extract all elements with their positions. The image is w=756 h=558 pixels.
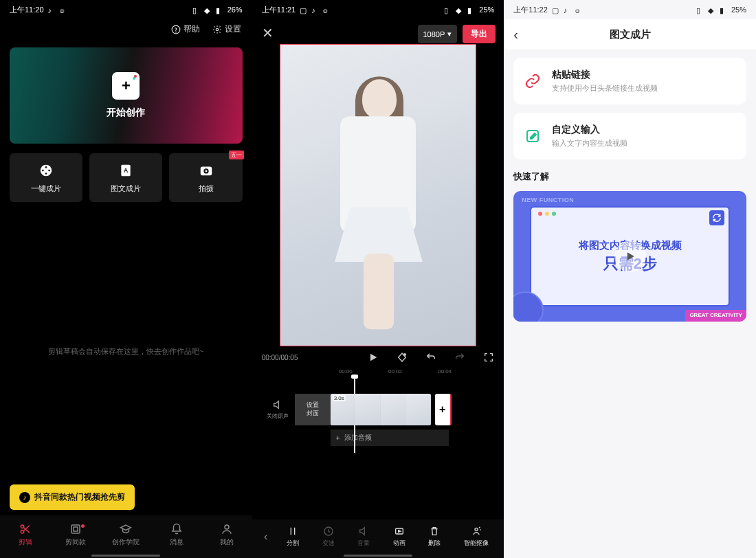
screen-home: 上午11:20 ♪ ⌾ ▯ ◆ ▮ 26% 帮助 设置 + 开始创作 一键成片 (0, 0, 252, 558)
trash-icon (429, 526, 440, 537)
svg-point-18 (404, 354, 406, 356)
tool-speed[interactable]: 变速 (322, 526, 335, 548)
person-cutout-icon (471, 526, 482, 537)
quick-shoot[interactable]: 五一 拍摄 (169, 153, 242, 202)
camera-icon (199, 163, 214, 178)
tool-animation[interactable]: 动画 (393, 526, 405, 548)
settings-button[interactable]: 设置 (212, 23, 241, 35)
new-badge: NEW FUNCTION (522, 197, 574, 203)
video-clip[interactable]: 3.0s (331, 394, 431, 425)
edit-icon (523, 126, 542, 146)
screen-text-to-video: 上午11:22 ▢ ♪ ⌾ ▯ ◆ ▮ 25% ‹ 图文成片 粘贴链接 支持使用… (504, 0, 756, 558)
quick-one-click[interactable]: 一键成片 (10, 153, 82, 202)
export-button[interactable]: 导出 (463, 25, 496, 43)
nav-edit[interactable]: 剪辑 (0, 523, 50, 547)
svg-point-2 (216, 28, 219, 31)
douyin-icon: ♪ (19, 492, 30, 503)
film-reel-icon (38, 163, 54, 178)
tool-label: 智能抠像 (464, 539, 489, 548)
window-dots (538, 212, 556, 216)
tool-label: 分割 (287, 539, 299, 548)
wifi-icon: ◆ (708, 6, 715, 14)
tool-delete[interactable]: 删除 (428, 526, 441, 548)
quick-text-to-video[interactable]: A 图文成片 (89, 153, 162, 202)
battery-icon: ▮ (467, 6, 475, 14)
headphone-icon: ⌾ (575, 6, 583, 14)
tool-label: 删除 (428, 539, 441, 548)
status-battery: 25% (731, 5, 746, 14)
split-icon (287, 526, 298, 537)
add-audio-track[interactable]: + 添加音频 (331, 429, 449, 446)
animation-icon (394, 526, 405, 537)
fullscreen-icon[interactable] (483, 352, 494, 363)
help-icon (171, 25, 181, 34)
tool-split[interactable]: 分割 (287, 526, 299, 548)
status-time: 上午11:22 (513, 5, 548, 15)
gallery-icon: ▢ (300, 6, 307, 14)
edit-toolbar: ‹ 分割 变速 音量 动画 删除 (252, 520, 504, 558)
nav-label: 消息 (170, 537, 184, 547)
home-header: 帮助 设置 (0, 19, 252, 42)
quick-label: 一键成片 (31, 183, 61, 194)
card-subtitle: 输入文字内容生成视频 (552, 138, 737, 148)
nav-templates[interactable]: 剪同款 (50, 523, 100, 547)
music-note-icon: ♪ (564, 6, 571, 14)
undo-icon[interactable] (425, 352, 436, 363)
music-note-icon: ♪ (48, 6, 56, 14)
keyframe-icon[interactable] (397, 352, 408, 363)
intro-video-card[interactable]: NEW FUNCTION 将图文内容转换成视频 只需2步 GREAT CREAT… (513, 191, 746, 322)
graduation-cap-icon (120, 523, 132, 535)
status-time: 上午11:21 (262, 5, 296, 15)
svg-rect-16 (74, 527, 78, 531)
mute-original-button[interactable]: 关闭原声 (260, 399, 295, 420)
gear-icon (212, 25, 222, 34)
bell-icon (170, 523, 183, 535)
tool-cutout[interactable]: 智能抠像 (464, 526, 489, 548)
clip-thumbnail (405, 394, 431, 425)
status-bar: 上午11:22 ▢ ♪ ⌾ ▯ ◆ ▮ 25% (504, 0, 756, 19)
volume-icon (358, 526, 369, 537)
promo-banner[interactable]: ♪ 抖音同款热门视频抢先剪 (10, 484, 135, 510)
gallery-icon: ▢ (552, 6, 559, 14)
nav-me[interactable]: 我的 (201, 523, 252, 547)
home-indicator (91, 555, 160, 557)
plus-icon: + (112, 72, 140, 100)
ruler-tick: 00:00 (321, 368, 370, 375)
screen-editor: 上午11:21 ▢ ♪ ⌾ ▯ ◆ ▮ 25% ✕ 1080P ▾ 导出 00:… (252, 0, 504, 558)
settings-label: 设置 (225, 23, 241, 35)
section-heading: 快速了解 (513, 170, 746, 183)
play-icon[interactable] (368, 352, 379, 363)
notification-dot (81, 524, 85, 528)
timeline[interactable]: 关闭原声 设置 封面 3.0s + + 添加音频 (252, 376, 504, 453)
quick-label: 图文成片 (111, 183, 141, 194)
help-button[interactable]: 帮助 (171, 23, 200, 35)
nav-messages[interactable]: 消息 (151, 523, 201, 547)
close-button[interactable]: ✕ (262, 25, 274, 41)
toolbar-back-button[interactable]: ‹ (256, 531, 276, 543)
timeline-ruler: 00:00 00:02 00:04 (252, 366, 504, 376)
headphone-icon: ⌾ (60, 6, 67, 14)
back-button[interactable]: ‹ (513, 27, 518, 43)
quick-label: 拍摄 (199, 183, 214, 194)
card-custom-input[interactable]: 自定义输入 输入文字内容生成视频 (513, 113, 746, 159)
playback-bar: 00:00/00:05 (252, 346, 504, 366)
scissors-icon (19, 523, 32, 535)
page-title: 图文成片 (610, 28, 651, 41)
add-clip-button[interactable]: + (435, 394, 452, 425)
play-button[interactable] (614, 241, 646, 272)
help-label: 帮助 (184, 23, 200, 35)
wifi-icon: ◆ (204, 6, 212, 14)
music-note-icon: ♪ (311, 6, 319, 14)
start-creating-hero[interactable]: + 开始创作 (10, 47, 243, 144)
tool-volume[interactable]: 音量 (357, 526, 370, 548)
tool-label: 动画 (393, 539, 405, 548)
nav-label: 剪同款 (65, 537, 86, 547)
status-bar: 上午11:20 ♪ ⌾ ▯ ◆ ▮ 26% (0, 0, 252, 19)
battery-icon: ▮ (720, 6, 727, 14)
set-cover-button[interactable]: 设置 封面 (295, 394, 331, 425)
nav-academy[interactable]: 创作学院 (101, 523, 151, 547)
resolution-selector[interactable]: 1080P ▾ (418, 25, 458, 43)
video-preview[interactable] (280, 44, 477, 346)
card-paste-link[interactable]: 粘贴链接 支持使用今日头条链接生成视频 (513, 58, 746, 104)
redo-icon[interactable] (454, 352, 465, 363)
